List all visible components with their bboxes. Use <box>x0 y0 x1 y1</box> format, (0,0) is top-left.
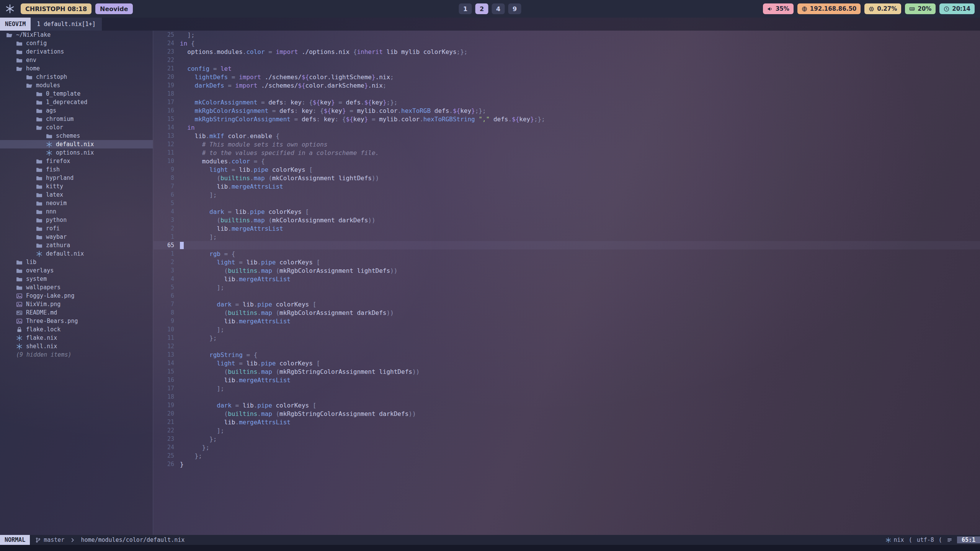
code-line[interactable]: 24in { <box>154 39 980 47</box>
code-line[interactable]: 13 lib.mkIf color.enable { <box>154 132 980 140</box>
code-line[interactable]: 14 light = lib.pipe colorKeys [ <box>154 359 980 367</box>
code-line[interactable]: 21 lib.mergeAttrsList <box>154 418 980 426</box>
code-line[interactable]: 5 ]; <box>154 283 980 292</box>
stat-35[interactable]: 35% <box>763 3 794 14</box>
tree-item-ags[interactable]: ags <box>0 106 153 115</box>
tree-item-christoph[interactable]: christoph <box>0 73 153 81</box>
code-line[interactable]: 18 <box>154 90 980 98</box>
code-line[interactable]: 23 }; <box>154 435 980 443</box>
tree-item-nixflake[interactable]: ~/NixFlake <box>0 31 153 39</box>
stat-192-168-86-50[interactable]: 192.168.86.50 <box>797 3 861 14</box>
tree-item-env[interactable]: env <box>0 56 153 64</box>
tree-item-schemes[interactable]: schemes <box>0 132 153 140</box>
tree-item-neovim[interactable]: neovim <box>0 199 153 207</box>
code-line[interactable]: 25 }; <box>154 452 980 460</box>
tree-item-wallpapers[interactable]: wallpapers <box>0 283 153 292</box>
code-line[interactable]: 23 options.modules.color = import ./opti… <box>154 47 980 56</box>
stat-20-14[interactable]: 20:14 <box>939 3 975 14</box>
tree-item-fish[interactable]: fish <box>0 165 153 174</box>
stat-0-27[interactable]: 0.27% <box>864 3 901 14</box>
tree-item-shell-nix[interactable]: shell.nix <box>0 342 153 350</box>
stat-20[interactable]: 20% <box>905 3 936 14</box>
tree-item-flake-lock[interactable]: flake.lock <box>0 325 153 334</box>
code-line[interactable]: 11 # to the values specified in a colors… <box>154 148 980 157</box>
tree-item-overlays[interactable]: overlays <box>0 266 153 275</box>
code-line[interactable]: 4 dark = lib.pipe colorKeys [ <box>154 207 980 216</box>
code-line[interactable]: 8 (builtins.map (mkRgbColorAssignment da… <box>154 308 980 317</box>
command-line[interactable] <box>0 545 980 551</box>
code-line[interactable]: 3 (builtins.map (mkRgbColorAssignment li… <box>154 266 980 275</box>
code-line[interactable]: 22 ]; <box>154 426 980 435</box>
editor[interactable]: 25 ];24in {23 options.modules.color = im… <box>154 31 980 535</box>
code-line[interactable]: 18 <box>154 393 980 401</box>
workspace-button-9[interactable]: 9 <box>508 3 521 14</box>
tree-item-config[interactable]: config <box>0 39 153 47</box>
tree-item-firefox[interactable]: firefox <box>0 157 153 165</box>
code-line[interactable]: 6 ]; <box>154 191 980 199</box>
tree-item-modules[interactable]: modules <box>0 81 153 90</box>
tree-item-9-hidden-items[interactable]: (9 hidden items) <box>0 350 153 359</box>
code-line[interactable]: 24 }; <box>154 443 980 452</box>
code-line[interactable]: 5 <box>154 199 980 207</box>
code-line[interactable]: 12 # This module sets its own options <box>154 140 980 148</box>
tree-item-nnn[interactable]: nnn <box>0 207 153 216</box>
code-line[interactable]: 7 lib.mergeAttrsList <box>154 182 980 191</box>
code-line[interactable]: 9 light = lib.pipe colorKeys [ <box>154 165 980 174</box>
code-line[interactable]: 21 config = let <box>154 64 980 73</box>
tree-item-home[interactable]: home <box>0 64 153 73</box>
tree-item-foggy-lake-png[interactable]: Foggy-Lake.png <box>0 292 153 300</box>
workspace-button-4[interactable]: 4 <box>492 3 505 14</box>
tree-item-python[interactable]: python <box>0 216 153 224</box>
code-line[interactable]: 17 ]; <box>154 384 980 393</box>
code-line[interactable]: 26} <box>154 460 980 468</box>
code-line[interactable]: 2 lib.mergeAttrsList <box>154 224 980 233</box>
buffer-tab[interactable]: 1 default.nix[1+] <box>31 18 102 31</box>
code-line[interactable]: 3 (builtins.map (mkColorAssignment darkD… <box>154 216 980 224</box>
workspace-button-2[interactable]: 2 <box>475 3 488 14</box>
tree-item-waybar[interactable]: waybar <box>0 233 153 241</box>
code-line[interactable]: 12 <box>154 342 980 350</box>
code-line[interactable]: 15 (builtins.map (mkRgbStringColorAssign… <box>154 367 980 376</box>
tree-item-chromium[interactable]: chromium <box>0 115 153 123</box>
code-line[interactable]: 13 rgbString = { <box>154 350 980 359</box>
workspace-button-1[interactable]: 1 <box>459 3 472 14</box>
code-line[interactable]: 8 (builtins.map (mkColorAssignment light… <box>154 174 980 182</box>
code-line[interactable]: 22 <box>154 56 980 64</box>
code-line[interactable]: 10 ]; <box>154 325 980 334</box>
code-line[interactable]: 2 light = lib.pipe colorKeys [ <box>154 258 980 266</box>
code-line[interactable]: 10 modules.color = { <box>154 157 980 165</box>
tree-item-zathura[interactable]: zathura <box>0 241 153 249</box>
tree-item-readme-md[interactable]: README.md <box>0 308 153 317</box>
code-line[interactable]: 20 (builtins.map (mkRgbStringColorAssign… <box>154 409 980 418</box>
code-line[interactable]: 14 in <box>154 123 980 132</box>
tree-item-options-nix[interactable]: options.nix <box>0 148 153 157</box>
tree-item-default-nix[interactable]: default.nix <box>0 249 153 258</box>
tree-item-default-nix[interactable]: default.nix <box>0 140 153 148</box>
tree-item-color[interactable]: color <box>0 123 153 132</box>
code-line[interactable]: 6 <box>154 292 980 300</box>
code-line[interactable]: 25 ]; <box>154 31 980 39</box>
tree-item-lib[interactable]: lib <box>0 258 153 266</box>
code-line[interactable]: 1 ]; <box>154 233 980 241</box>
code-line[interactable]: 17 mkColorAssignment = defs: key: {${key… <box>154 98 980 106</box>
code-line[interactable]: 1 rgb = { <box>154 249 980 258</box>
code-line[interactable]: 20 lightDefs = import ./schemes/${color.… <box>154 73 980 81</box>
code-line[interactable]: 16 lib.mergeAttrsList <box>154 376 980 384</box>
tree-item-three-bears-png[interactable]: Three-Bears.png <box>0 317 153 325</box>
code-line[interactable]: 19 dark = lib.pipe colorKeys [ <box>154 401 980 409</box>
tree-item-latex[interactable]: latex <box>0 191 153 199</box>
code-line[interactable]: 15 mkRgbStringColorAssignment = defs: ke… <box>154 115 980 123</box>
tree-item-system[interactable]: system <box>0 275 153 283</box>
code-line[interactable]: 11 }; <box>154 334 980 342</box>
tree-item-rofi[interactable]: rofi <box>0 224 153 233</box>
code-line[interactable]: 4 lib.mergeAttrsList <box>154 275 980 283</box>
code-line[interactable]: 7 dark = lib.pipe colorKeys [ <box>154 300 980 308</box>
tree-item-kitty[interactable]: kitty <box>0 182 153 191</box>
tree-item-1-deprecated[interactable]: 1_deprecated <box>0 98 153 106</box>
tree-item-derivations[interactable]: derivations <box>0 47 153 56</box>
tree-item-flake-nix[interactable]: flake.nix <box>0 334 153 342</box>
code-line[interactable]: 65 <box>154 241 980 249</box>
tree-item-nixvim-png[interactable]: NixVim.png <box>0 300 153 308</box>
code-line[interactable]: 16 mkRgbColorAssignment = defs: key: {${… <box>154 106 980 115</box>
tree-item-hyprland[interactable]: hyprland <box>0 174 153 182</box>
